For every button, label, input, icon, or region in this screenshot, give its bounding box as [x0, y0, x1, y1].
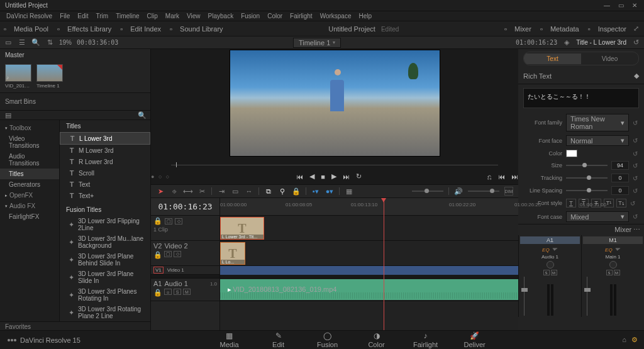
fusion-title-preset[interactable]: ✦3D Lower 3rd Planes Rotating In — [60, 286, 150, 304]
font-case-select[interactable]: Mixed▾ — [566, 211, 629, 222]
prev-frame-button[interactable]: ◀ — [309, 172, 314, 180]
volume-icon[interactable]: 🔊 — [454, 187, 463, 196]
mixer-channel-m1[interactable]: M1EQ ⏷Main 1SM — [581, 235, 644, 317]
menu-file[interactable]: File — [57, 13, 72, 19]
ws-index[interactable]: ▫Edit Index — [120, 25, 161, 33]
match-frame-icon[interactable]: ● ○ ○ — [151, 174, 170, 180]
track-a1[interactable]: ▸ VID_20180813_082136_019.mp4 — [220, 279, 518, 301]
replace-tool[interactable]: ↔ — [245, 187, 253, 196]
page-tab-color[interactable]: ◑Color — [353, 330, 401, 349]
fx-cat-generators[interactable]: Generators — [0, 179, 59, 190]
marker-blue-icon[interactable]: ●▾ — [325, 187, 334, 196]
mark-in-icon[interactable]: ⎌ — [487, 173, 492, 180]
viewer-canvas[interactable] — [230, 50, 440, 157]
trim-tool[interactable]: ⎆ — [170, 187, 179, 196]
track-header-v2[interactable]: 🔒▢◇ 1 Clip — [151, 216, 219, 241]
track-v2-top[interactable]: TL Lower 3rd - Tit... — [220, 216, 518, 241]
viewer-scrubber[interactable] — [171, 160, 498, 169]
volume-slider[interactable] — [468, 191, 499, 192]
mute-toggle[interactable]: M — [183, 289, 191, 295]
fusion-title-preset[interactable]: ✦3D Lower 3rd Plane Behind Slide In — [60, 251, 150, 269]
menu-fairlight[interactable]: Fairlight — [287, 13, 315, 19]
layout-icon[interactable]: ▭ — [4, 38, 13, 47]
media-clip[interactable]: ♪VID_20180813_08213... — [5, 64, 31, 89]
lock-icon[interactable]: 🔒 — [153, 217, 162, 225]
disable-toggle[interactable]: ◇ — [174, 251, 181, 257]
fx-cat-toolbox[interactable]: ▾Toolbox — [0, 123, 59, 133]
inspector-tab-video[interactable]: Video — [581, 53, 638, 64]
menu-playback[interactable]: Playback — [206, 13, 236, 19]
ws-fx[interactable]: ▫Effects Library — [57, 25, 111, 33]
page-tab-fusion[interactable]: ◯Fusion — [304, 330, 352, 349]
app-logo[interactable]: DaVinci Resolve 15 — [0, 336, 88, 344]
menu-davinci-resolve[interactable]: DaVinci Resolve — [4, 13, 55, 19]
fx-cat-audio-fx[interactable]: ▾Audio FX — [0, 201, 59, 211]
go-out-button[interactable]: ⏭ — [511, 173, 518, 180]
selection-tool[interactable]: ➤ — [156, 187, 165, 196]
tracking-slider[interactable] — [566, 177, 608, 179]
title-preset[interactable]: TText — [60, 179, 150, 190]
overwrite-tool[interactable]: ▭ — [231, 187, 240, 196]
title-clip[interactable]: TL Lo... — [220, 242, 245, 265]
ws-inspector[interactable]: ▫Inspector — [588, 25, 626, 33]
menu-trim[interactable]: Trim — [94, 13, 111, 19]
reset-color[interactable]: ↺ — [633, 150, 639, 157]
menu-mark[interactable]: Mark — [163, 13, 182, 19]
loop-button[interactable]: ↻ — [356, 172, 362, 180]
sub-button[interactable]: T₁ — [616, 199, 626, 208]
search-icon[interactable]: 🔍 — [31, 38, 40, 47]
title-clip-selected[interactable]: TL Lower 3rd - Tit... — [220, 217, 264, 240]
page-tab-fairlight[interactable]: ♪Fairlight — [402, 330, 450, 349]
ws-mixer[interactable]: ▫Mixer — [504, 25, 531, 33]
arm-toggle[interactable]: ⌾ — [164, 289, 172, 295]
lock-icon[interactable]: 🔒 — [153, 251, 162, 259]
dim-toggle[interactable]: DIM — [504, 187, 513, 196]
auto-select-v2[interactable]: ▢ — [165, 218, 172, 224]
inspector-tab-text[interactable]: Text — [524, 53, 581, 64]
menu-workspace[interactable]: Workspace — [318, 13, 354, 19]
reset-font-style[interactable]: ↺ — [630, 200, 636, 207]
go-in-button[interactable]: ⏮ — [498, 173, 505, 180]
playhead[interactable] — [384, 198, 384, 330]
zoom-percent[interactable]: 19% — [59, 39, 72, 46]
fx-cat-openfx[interactable]: ▸OpenFX — [0, 190, 59, 201]
next-frame-button[interactable]: ⏭ — [343, 173, 350, 180]
solo-toggle[interactable]: S — [174, 289, 181, 295]
disable-v2[interactable]: ◇ — [175, 218, 182, 224]
maximize-button[interactable]: ▭ — [614, 2, 628, 9]
play-button[interactable]: ▶ — [331, 172, 336, 180]
reset-icon[interactable]: ↺ — [631, 38, 640, 47]
bypass-icon[interactable]: ◈ — [562, 38, 571, 47]
line-spacing-slider[interactable] — [566, 190, 608, 191]
font-family-select[interactable]: Times New Roman▾ — [566, 114, 629, 131]
size-slider[interactable] — [566, 165, 608, 166]
fx-cat-titles[interactable]: Titles — [0, 169, 59, 179]
lock-icon[interactable]: 🔒 — [153, 289, 162, 297]
video-clip[interactable] — [220, 266, 518, 275]
ws-sound[interactable]: ▫Sound Library — [170, 25, 223, 33]
snap-toggle[interactable]: ⧉ — [264, 187, 273, 196]
track-v1[interactable] — [220, 266, 518, 275]
timeline-ruler[interactable]: 01:00:00:0001:00:08:0501:00:13:1001:00:2… — [220, 198, 518, 216]
smart-bins-header[interactable]: Smart Bins — [0, 93, 150, 110]
fusion-title-preset[interactable]: ✦3D Lower 3rd Plane Slide In — [60, 269, 150, 286]
menu-fusion[interactable]: Fusion — [238, 13, 262, 19]
track-header-v1[interactable]: V1 Video 1 — [151, 266, 219, 275]
timeline-view-options[interactable]: ▦ — [345, 187, 353, 196]
blade-tool[interactable]: ✂ — [197, 187, 206, 196]
keyframe-icon[interactable]: ◆ — [634, 72, 639, 80]
dynamic-trim-tool[interactable]: ⟷ — [184, 187, 192, 196]
track-v2[interactable]: TL Lo... — [220, 241, 518, 266]
line-spacing-value[interactable]: 0 — [611, 186, 629, 195]
stop-button[interactable]: ■ — [321, 173, 325, 180]
mixer-options-icon[interactable]: ⋯ — [633, 226, 640, 233]
title-preset[interactable]: TText+ — [60, 190, 150, 201]
first-frame-button[interactable]: ⏮ — [296, 173, 303, 180]
flag-blue-icon[interactable]: ▪▾ — [311, 187, 320, 196]
page-tab-deliver[interactable]: 🚀Deliver — [451, 330, 499, 349]
filter-icon[interactable]: ▤ — [4, 111, 13, 119]
menu-help[interactable]: Help — [356, 13, 374, 19]
mixer-channel-a1[interactable]: A1EQ ⏷Audio 1SM — [518, 235, 581, 317]
tracking-value[interactable]: 0 — [611, 174, 629, 182]
insert-tool[interactable]: ⇥ — [217, 187, 226, 196]
